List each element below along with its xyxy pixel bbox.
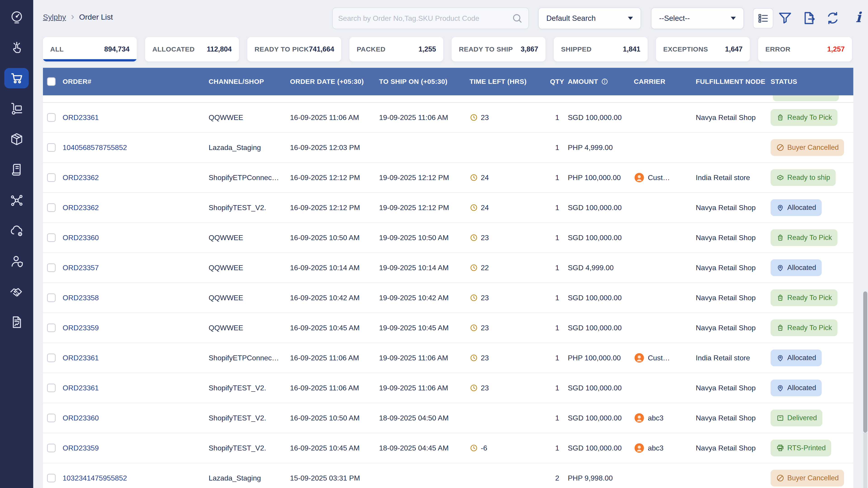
- table-row: ORD23362 ShopifyETPConnec… 16-09-2025 12…: [43, 163, 853, 193]
- table-row: ORD23359 QQWWEE 16-09-2025 10:45 AM 19-0…: [43, 313, 853, 343]
- row-checkbox[interactable]: [47, 263, 56, 272]
- channel-cell: ShopifyTEST_V2.: [209, 414, 290, 422]
- scrollbar-thumb[interactable]: [863, 291, 867, 433]
- order-date-cell: 16-09-2025 11:06 AM: [290, 113, 379, 122]
- order-number-link[interactable]: ORD23361: [63, 113, 99, 122]
- amount-cell: SGD 4,999.00: [568, 264, 634, 272]
- info-circle-icon[interactable]: [601, 78, 609, 86]
- order-number-link[interactable]: ORD23362: [63, 173, 99, 182]
- row-checkbox[interactable]: [47, 474, 56, 482]
- status-tab[interactable]: PACKED 1,255: [349, 37, 443, 61]
- sidebar-item-integrations[interactable]: [0, 192, 33, 208]
- row-checkbox[interactable]: [47, 203, 56, 212]
- status-cell: Ready To Pick: [771, 320, 853, 336]
- sidebar-item-orders[interactable]: [0, 70, 33, 86]
- sidebar-item-inventory[interactable]: [0, 131, 33, 147]
- breadcrumb-separator: ›: [71, 13, 74, 20]
- sidebar-item-manifest[interactable]: [0, 162, 33, 178]
- vertical-scrollbar: [863, 0, 868, 488]
- sidebar-item-tap[interactable]: [0, 39, 33, 56]
- status-tab[interactable]: READY TO PICK 741,664: [247, 37, 341, 61]
- select-dropdown[interactable]: --Select--: [651, 7, 744, 29]
- qty-cell: 1: [544, 444, 568, 452]
- qty-cell: 1: [544, 324, 568, 332]
- pick-bag-icon: [776, 113, 784, 122]
- topbar: Sylphy › Order List Default Search --Sel…: [33, 0, 868, 37]
- sidebar-item-partners[interactable]: [0, 284, 33, 300]
- row-checkbox[interactable]: [47, 444, 56, 452]
- row-checkbox[interactable]: [47, 414, 56, 422]
- filter-button[interactable]: [777, 10, 793, 26]
- export-button[interactable]: [801, 10, 817, 26]
- channel-cell: QQWWEE: [209, 113, 290, 122]
- qty-cell: 2: [544, 474, 568, 482]
- search-icon[interactable]: [511, 12, 523, 24]
- status-cell: Buyer Cancelled: [771, 139, 853, 156]
- order-number-link[interactable]: ORD23358: [63, 294, 99, 302]
- status-badge: Ready To Pick: [771, 320, 837, 336]
- scrollbar-track: [863, 433, 867, 488]
- order-number-link[interactable]: ORD23360: [63, 414, 99, 422]
- select-all-checkbox[interactable]: [47, 77, 56, 86]
- search-input[interactable]: [338, 14, 511, 23]
- row-checkbox[interactable]: [47, 143, 56, 152]
- status-tab[interactable]: READY TO SHIP 3,867: [452, 37, 546, 61]
- status-tab[interactable]: ERROR 1,257: [758, 37, 852, 61]
- handshake-icon: [9, 284, 24, 299]
- tab-count: 1,255: [418, 45, 436, 53]
- default-search-dropdown[interactable]: Default Search: [538, 7, 641, 29]
- status-tab[interactable]: EXCEPTIONS 1,647: [656, 37, 750, 61]
- row-checkbox[interactable]: [47, 354, 56, 362]
- row-checkbox[interactable]: [47, 293, 56, 302]
- default-search-value: Default Search: [546, 14, 596, 23]
- order-number-link[interactable]: ORD23361: [63, 354, 99, 362]
- sidebar-item-dashboard[interactable]: [0, 9, 33, 25]
- row-checkbox[interactable]: [47, 384, 56, 392]
- order-number-link[interactable]: ORD23357: [63, 264, 99, 272]
- order-number-link[interactable]: ORD23359: [63, 444, 99, 452]
- breadcrumb-root-link[interactable]: Sylphy: [43, 13, 66, 22]
- order-number-link[interactable]: ORD23361: [63, 384, 99, 392]
- location-pin-icon: [776, 384, 784, 392]
- order-date-cell: 16-09-2025 12:12 PM: [290, 173, 379, 182]
- status-tab[interactable]: ALL 894,734: [43, 37, 137, 61]
- tab-count: 1,257: [827, 45, 845, 53]
- tab-label: READY TO PICK: [254, 45, 309, 53]
- order-number-link[interactable]: ORD23359: [63, 324, 99, 332]
- carrier-avatar: [634, 443, 645, 453]
- channel-cell: ShopifyTEST_V2.: [209, 203, 290, 212]
- sidebar-item-user-admin[interactable]: [0, 253, 33, 269]
- amount-cell: PHP 100,000.00: [568, 354, 634, 362]
- qty-cell: 1: [544, 414, 568, 422]
- table-row: ORD23360 QQWWEE 16-09-2025 10:50 AM 19-0…: [43, 223, 853, 253]
- refresh-button[interactable]: [825, 10, 840, 26]
- qty-cell: 1: [544, 384, 568, 392]
- report-document-icon: [9, 315, 24, 330]
- row-checkbox[interactable]: [47, 113, 56, 122]
- channel-cell: QQWWEE: [209, 324, 290, 332]
- sidebar-item-reports[interactable]: [0, 314, 33, 330]
- page-title: Order List: [79, 13, 113, 22]
- row-checkbox[interactable]: [47, 173, 56, 182]
- location-pin-icon: [776, 263, 784, 272]
- clock-icon: [469, 233, 478, 242]
- delivered-box-icon: [776, 414, 784, 422]
- clock-icon: [469, 444, 478, 452]
- order-number-link[interactable]: 1040568578755852: [63, 143, 127, 152]
- sidebar-item-cloud-settings[interactable]: [0, 223, 33, 239]
- status-tab[interactable]: SHIPPED 1,841: [554, 37, 648, 61]
- row-checkbox[interactable]: [47, 324, 56, 332]
- clock-icon: [469, 324, 478, 332]
- status-badge: Ready to ship: [771, 169, 836, 186]
- fulfillment-node-cell: Navya Retail Shop: [696, 324, 771, 332]
- amount-cell: SGD 100,000.00: [568, 384, 634, 392]
- order-number-link[interactable]: ORD23360: [63, 234, 99, 242]
- order-number-link[interactable]: ORD23362: [63, 203, 99, 212]
- qty-cell: 1: [544, 294, 568, 302]
- order-number-link[interactable]: 1032341475955852: [63, 474, 127, 482]
- row-checkbox[interactable]: [47, 233, 56, 242]
- status-tab[interactable]: ALLOCATED 112,804: [145, 37, 239, 61]
- channel-cell: QQWWEE: [209, 294, 290, 302]
- list-view-button[interactable]: [753, 8, 773, 29]
- sidebar-item-logistics[interactable]: [0, 101, 33, 117]
